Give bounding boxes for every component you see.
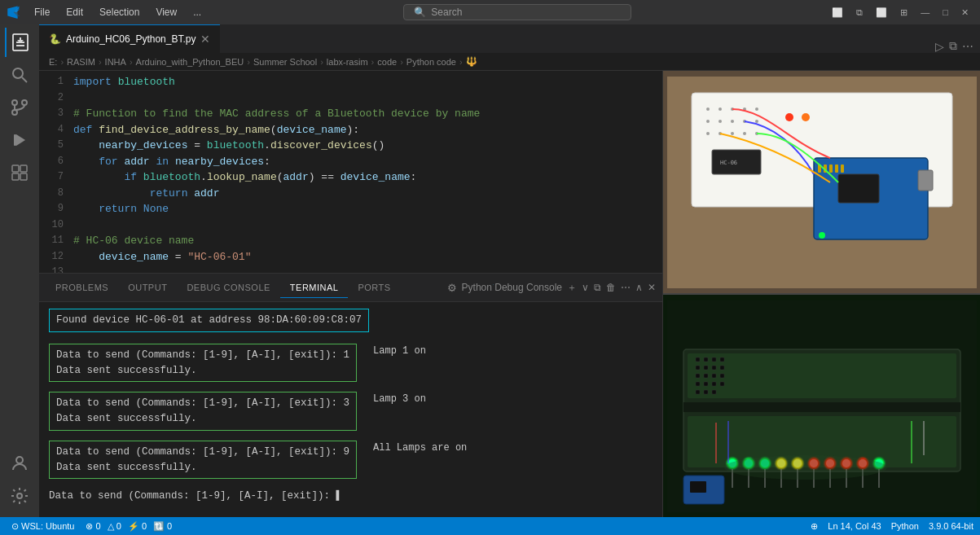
language-mode[interactable]: Python: [891, 521, 919, 531]
breadcrumb-rasim[interactable]: RASIM: [67, 57, 95, 67]
gear-icon[interactable]: ⚙: [447, 282, 457, 294]
menu-more[interactable]: ...: [187, 5, 208, 20]
search-area: 🔍 Search: [214, 4, 820, 20]
activity-source-control-icon[interactable]: [5, 93, 34, 122]
breadcrumb-git-icon[interactable]: 🔱: [466, 56, 477, 67]
terminal-tabs-bar: PROBLEMS OUTPUT DEBUG CONSOLE TERMINAL P…: [39, 274, 662, 302]
python-version[interactable]: 3.9.0 64-bit: [929, 521, 973, 531]
close-panel-icon[interactable]: ✕: [648, 282, 656, 293]
svg-text:HC-06: HC-06: [720, 160, 737, 166]
close-icon[interactable]: ✕: [956, 6, 973, 20]
svg-point-101: [724, 455, 887, 480]
error-count[interactable]: ⊗ 0: [86, 521, 100, 532]
breadcrumb-e[interactable]: E:: [49, 57, 57, 67]
tab-output[interactable]: OUTPUT: [118, 278, 177, 297]
tab-bar: 🐍 Arduino_HC06_Python_BT.py ✕ ▷ ⧉ ⋯: [39, 24, 980, 53]
code-line-12: 12 device_name = "HC-06-01": [39, 249, 662, 265]
svg-rect-38: [841, 164, 844, 173]
activity-settings-icon[interactable]: [5, 481, 34, 511]
led-breadboard-svg: [667, 300, 977, 512]
titlebar: File Edit Selection View ... 🔍 Search ⬜ …: [0, 0, 980, 24]
main-container: 🐍 Arduino_HC06_Python_BT.py ✕ ▷ ⧉ ⋯ E: ›…: [0, 24, 980, 517]
code-line-10: 10: [39, 217, 662, 234]
bottom-image-panel: [663, 295, 980, 517]
svg-point-24: [731, 120, 734, 123]
content-area: 🐍 Arduino_HC06_Python_BT.py ✕ ▷ ⧉ ⋯ E: ›…: [39, 24, 980, 517]
activity-search-icon[interactable]: [5, 60, 34, 90]
collapse-panel-icon[interactable]: ∧: [635, 282, 643, 293]
svg-rect-48: [688, 353, 956, 398]
svg-rect-37: [835, 164, 838, 173]
activity-run-icon[interactable]: [5, 125, 34, 155]
menu-edit[interactable]: Edit: [59, 5, 90, 20]
delete-terminal-icon[interactable]: 🗑: [606, 282, 616, 293]
terminal-body[interactable]: Found device HC-06-01 at address 98:DA:6…: [39, 302, 662, 517]
svg-point-13: [16, 457, 23, 463]
tab-close-button[interactable]: ✕: [200, 33, 210, 46]
terminal-title: Python Debug Console: [462, 282, 562, 293]
breadcrumb-labx[interactable]: labx-rasim: [327, 57, 368, 67]
breadcrumb-inha[interactable]: INHA: [105, 57, 126, 67]
tab-problems[interactable]: PROBLEMS: [46, 278, 118, 297]
remote-indicator[interactable]: ⊙ WSL: Ubuntu: [7, 521, 79, 532]
menu-file[interactable]: File: [28, 5, 56, 20]
menu-selection[interactable]: Selection: [93, 5, 146, 20]
lamp9-row: Data to send (Commands: [1-9], [A-I], [e…: [49, 441, 653, 485]
breadcrumb-code[interactable]: code: [377, 57, 397, 67]
svg-point-4: [22, 100, 27, 105]
search-box[interactable]: 🔍 Search: [403, 4, 631, 20]
svg-rect-63: [704, 382, 708, 386]
run-icon[interactable]: ▷: [935, 40, 944, 53]
chevron-down-icon[interactable]: ∨: [582, 282, 589, 293]
tab-ports[interactable]: PORTS: [348, 278, 400, 297]
tab-terminal[interactable]: TERMINAL: [280, 278, 349, 298]
code-line-4: 4 def find_device_address_by_name(device…: [39, 122, 662, 138]
layout-icon[interactable]: ⬜: [827, 6, 848, 20]
breadcrumb-summer-school[interactable]: Summer School: [253, 57, 317, 67]
split-icon[interactable]: ⧉: [851, 6, 868, 20]
lamp9-annotation: All Lamps are on: [367, 441, 467, 455]
more-terminal-icon[interactable]: ⋯: [621, 282, 631, 293]
code-line-2: 2: [39, 90, 662, 107]
cursor-position[interactable]: Ln 14, Col 43: [828, 521, 881, 531]
warning-count[interactable]: △ 0: [108, 521, 121, 532]
grid-icon[interactable]: ⊞: [895, 6, 912, 20]
lamp3-annotation: Lamp 3 on: [367, 392, 426, 406]
svg-rect-62: [696, 382, 700, 386]
breadcrumb-python-code[interactable]: Python code: [407, 57, 456, 67]
breadcrumb-arduino[interactable]: Arduino_with_Python_BEU: [136, 57, 244, 67]
debug-count[interactable]: ⚡ 0: [128, 521, 147, 532]
svg-point-44: [819, 232, 825, 239]
svg-rect-68: [712, 390, 716, 394]
minimize-icon[interactable]: —: [916, 6, 934, 19]
svg-rect-52: [712, 357, 716, 362]
breadcrumb: E: › RASIM › INHA › Arduino_with_Python_…: [39, 53, 980, 71]
activity-account-icon[interactable]: [5, 449, 34, 478]
activity-extensions-icon[interactable]: [5, 158, 34, 187]
search-placeholder: Search: [431, 7, 462, 18]
tab-file-icon: 🐍: [49, 33, 61, 45]
status-right: ⊕ Ln 14, Col 43 Python 3.9.0 64-bit: [811, 521, 973, 532]
code-editor[interactable]: 1 import bluetooth 2 3 # Function to fin…: [39, 71, 662, 273]
split-editor-icon[interactable]: ⧉: [949, 39, 957, 53]
lamp9-box: Data to send (Commands: [1-9], [A-I], [e…: [49, 441, 357, 480]
tab-python-file[interactable]: 🐍 Arduino_HC06_Python_BT.py ✕: [39, 24, 220, 53]
svg-rect-11: [12, 173, 19, 180]
lamp1-box: Data to send (Commands: [1-9], [A-I], [e…: [49, 344, 357, 383]
add-terminal-icon[interactable]: ＋: [567, 281, 577, 295]
status-bar: ⊙ WSL: Ubuntu ⊗ 0 △ 0 ⚡ 0 🔃 0 ⊕ Ln 14, C…: [0, 517, 980, 535]
sync-count[interactable]: 🔃 0: [153, 521, 172, 532]
menu-view[interactable]: View: [149, 5, 183, 20]
more-actions-icon[interactable]: ⋯: [962, 40, 973, 53]
tab-debug-console[interactable]: DEBUG CONSOLE: [177, 278, 279, 297]
split-terminal-icon[interactable]: ⧉: [594, 282, 601, 293]
found-device-output: Found device HC-06-01 at address 98:DA:6…: [49, 309, 653, 337]
svg-point-26: [755, 120, 758, 123]
zoom-level[interactable]: ⊕: [811, 521, 818, 532]
code-line-8: 8 return addr: [39, 186, 662, 202]
activity-explorer-icon[interactable]: [5, 28, 34, 57]
layout2-icon[interactable]: ⬜: [871, 6, 892, 20]
svg-rect-33: [838, 174, 879, 203]
svg-point-1: [13, 68, 23, 78]
maximize-icon[interactable]: □: [938, 6, 953, 19]
